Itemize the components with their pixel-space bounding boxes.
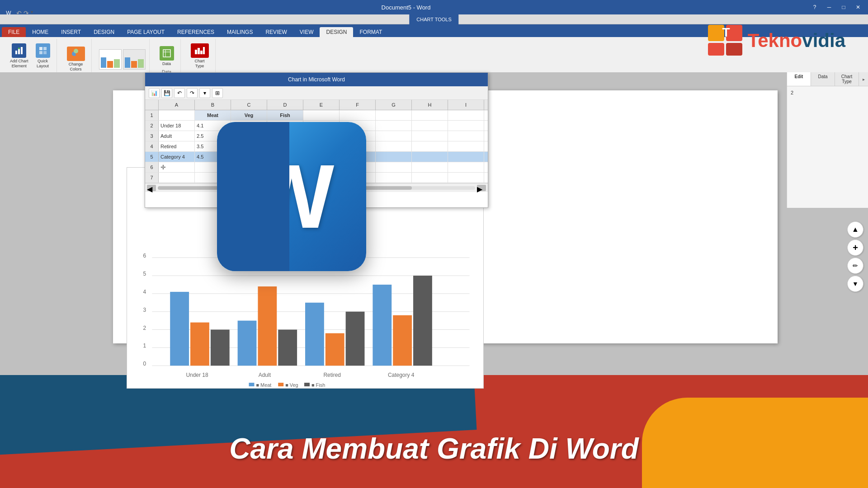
data-button[interactable]: Data bbox=[157, 44, 177, 68]
tab-page-layout[interactable]: PAGE LAYOUT bbox=[121, 27, 171, 37]
cell-i7[interactable] bbox=[448, 173, 484, 183]
right-panel-tab-edit[interactable]: Edit bbox=[787, 72, 811, 86]
cell-a3[interactable]: Adult bbox=[159, 131, 195, 141]
cell-i2[interactable] bbox=[448, 121, 484, 131]
cell-a2[interactable]: Under 18 bbox=[159, 121, 195, 131]
help-button[interactable]: ? bbox=[808, 2, 821, 12]
col-header-b[interactable]: B bbox=[195, 100, 231, 110]
chart-style-1[interactable] bbox=[99, 49, 122, 70]
tab-references[interactable]: REFERENCES bbox=[171, 27, 221, 37]
right-panel-value: 2 bbox=[787, 86, 868, 99]
col-header-h[interactable]: H bbox=[412, 100, 448, 110]
col-header-e[interactable]: E bbox=[303, 100, 340, 110]
cell-h1[interactable] bbox=[412, 110, 448, 120]
chart-tools-label: CHART TOOLS bbox=[409, 14, 458, 24]
svg-text:1: 1 bbox=[143, 343, 146, 349]
cell-c1[interactable]: Veg bbox=[231, 110, 267, 120]
cell-i1[interactable] bbox=[448, 110, 484, 120]
spreadsheet-chart-btn[interactable]: 📊 bbox=[149, 88, 160, 98]
tab-mailings[interactable]: MAILINGS bbox=[221, 27, 259, 37]
chart-zoom-btn[interactable]: ▲ bbox=[847, 221, 863, 238]
chart-style-2[interactable] bbox=[123, 49, 146, 70]
tab-review[interactable]: REVIEW bbox=[259, 27, 293, 37]
cell-i6[interactable] bbox=[448, 162, 484, 172]
tab-home[interactable]: HOME bbox=[26, 27, 55, 37]
cell-g5[interactable] bbox=[376, 152, 412, 162]
change-colors-button[interactable]: ChangeColors bbox=[64, 45, 88, 74]
cell-b1[interactable]: Meat bbox=[195, 110, 231, 120]
right-panel-collapse[interactable]: ▸ bbox=[859, 72, 868, 86]
scroll-left-btn[interactable]: ◀ bbox=[147, 185, 156, 191]
teknovidia-icon: T bbox=[708, 25, 744, 56]
svg-rect-1 bbox=[18, 49, 20, 54]
chart-add-element-btn[interactable]: + bbox=[847, 239, 863, 256]
cell-h2[interactable] bbox=[412, 121, 448, 131]
chart-filter-btn[interactable]: ▼ bbox=[847, 276, 863, 292]
cell-h6[interactable] bbox=[412, 162, 448, 172]
spreadsheet-save-btn[interactable]: 💾 bbox=[161, 88, 172, 98]
right-panel-tab-data[interactable]: Data bbox=[811, 72, 835, 86]
cell-a5[interactable]: Category 4 bbox=[159, 152, 195, 162]
cell-i4[interactable] bbox=[448, 141, 484, 151]
cell-a1[interactable] bbox=[159, 110, 195, 120]
col-header-i[interactable]: I bbox=[448, 100, 484, 110]
spreadsheet-redo-btn[interactable]: ↷ bbox=[187, 88, 198, 98]
cell-g1[interactable] bbox=[376, 110, 412, 120]
chart-edit-btn[interactable]: ✏ bbox=[847, 258, 863, 274]
svg-rect-39 bbox=[305, 303, 324, 366]
cell-i5[interactable] bbox=[448, 152, 484, 162]
col-header-g[interactable]: G bbox=[376, 100, 412, 110]
col-header-d[interactable]: D bbox=[267, 100, 303, 110]
col-header-c[interactable]: C bbox=[231, 100, 267, 110]
title-bar-title: Document5 - Word bbox=[4, 4, 808, 11]
cell-d1[interactable]: Fish bbox=[267, 110, 303, 120]
svg-rect-43 bbox=[393, 315, 412, 366]
tab-insert[interactable]: INSERT bbox=[55, 27, 87, 37]
svg-rect-18 bbox=[203, 47, 205, 54]
spreadsheet-table-btn[interactable]: ⊞ bbox=[212, 88, 223, 98]
cell-g7[interactable] bbox=[376, 173, 412, 183]
svg-rect-34 bbox=[190, 323, 209, 366]
tab-view[interactable]: VIEW bbox=[293, 27, 320, 37]
cell-h4[interactable] bbox=[412, 141, 448, 151]
spreadsheet-toolbar: 📊 💾 ↶ ↷ ▾ ⊞ bbox=[145, 86, 488, 100]
col-header-a[interactable]: A bbox=[159, 100, 195, 110]
svg-text:Category 4: Category 4 bbox=[388, 372, 415, 378]
svg-rect-2 bbox=[21, 47, 23, 54]
cell-h7[interactable] bbox=[412, 173, 448, 183]
svg-rect-38 bbox=[278, 330, 297, 366]
cell-g4[interactable] bbox=[376, 141, 412, 151]
cell-h3[interactable] bbox=[412, 131, 448, 141]
cell-e1[interactable] bbox=[303, 110, 340, 120]
right-panel-tab-type[interactable]: Chart Type bbox=[835, 72, 859, 86]
cell-g6[interactable] bbox=[376, 162, 412, 172]
cell-h5[interactable] bbox=[412, 152, 448, 162]
banner-yellow-accent bbox=[642, 398, 868, 488]
cell-f1[interactable] bbox=[340, 110, 376, 120]
grid-row-1: 1 Meat Veg Fish bbox=[145, 110, 488, 121]
scroll-right-btn[interactable]: ▶ bbox=[477, 185, 486, 191]
close-button[interactable]: ✕ bbox=[852, 2, 864, 12]
add-chart-element-button[interactable]: Add ChartElement bbox=[7, 42, 31, 70]
tab-file[interactable]: FILE bbox=[2, 27, 26, 37]
svg-point-11 bbox=[74, 49, 78, 53]
restore-button[interactable]: □ bbox=[837, 2, 850, 12]
svg-rect-15 bbox=[195, 50, 197, 54]
tab-design[interactable]: DESIGN bbox=[87, 27, 121, 37]
cell-a6[interactable]: ✛ bbox=[159, 162, 195, 172]
cell-a7[interactable] bbox=[159, 173, 195, 183]
quick-layout-button[interactable]: QuickLayout bbox=[33, 42, 53, 70]
chart-scroll-buttons: ▲ + ✏ ▼ bbox=[847, 221, 863, 292]
minimize-button[interactable]: ─ bbox=[823, 2, 835, 12]
spreadsheet-more-btn[interactable]: ▾ bbox=[199, 88, 210, 98]
chart-type-button[interactable]: ChartType bbox=[188, 42, 212, 70]
cell-a4[interactable]: Retired bbox=[159, 141, 195, 151]
cell-i3[interactable] bbox=[448, 131, 484, 141]
tab-format[interactable]: FORMAT bbox=[353, 27, 388, 37]
cell-g2[interactable] bbox=[376, 121, 412, 131]
tab-chart-design[interactable]: DESIGN bbox=[320, 27, 353, 37]
chart-type-icon bbox=[191, 43, 209, 58]
cell-g3[interactable] bbox=[376, 131, 412, 141]
spreadsheet-undo-btn[interactable]: ↶ bbox=[174, 88, 185, 98]
col-header-f[interactable]: F bbox=[340, 100, 376, 110]
